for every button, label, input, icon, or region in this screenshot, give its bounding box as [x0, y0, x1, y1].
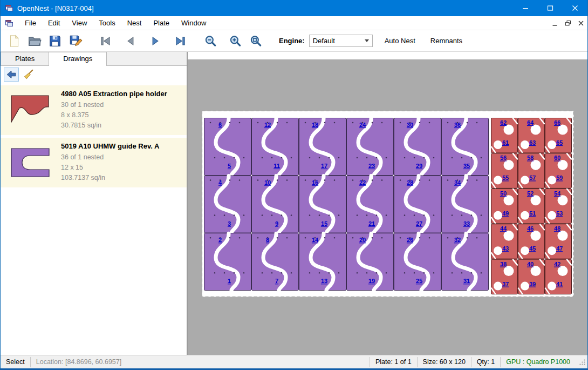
purple-part-pair[interactable]: 65 — [204, 118, 251, 176]
nest-canvas[interactable]: 6512111817242330293635431091615222128273… — [188, 52, 587, 355]
svg-text:48: 48 — [554, 225, 560, 232]
svg-text:31: 31 — [463, 278, 470, 284]
zoom-out-button[interactable] — [202, 33, 218, 49]
zoom-fit-button[interactable] — [248, 33, 264, 49]
red-part-pair[interactable]: 6665 — [545, 118, 572, 153]
zoom-in-button[interactable] — [227, 33, 243, 49]
plate[interactable]: 6512111817242330293635431091615222128273… — [202, 111, 574, 297]
left-panel: Plates Drawings — [1, 52, 188, 355]
svg-text:52: 52 — [527, 190, 534, 197]
svg-text:47: 47 — [556, 245, 563, 252]
menu-edit[interactable]: Edit — [42, 16, 66, 30]
purple-part-pair[interactable]: 87 — [252, 233, 299, 291]
drawing-nested-count: 30 of 1 nested — [61, 100, 167, 110]
plate-svg[interactable]: 6512111817242330293635431091615222128273… — [202, 111, 574, 297]
first-plate-button[interactable] — [98, 33, 114, 49]
menu-view[interactable]: View — [66, 16, 93, 30]
svg-text:7: 7 — [275, 278, 278, 284]
svg-text:29: 29 — [416, 163, 422, 169]
save-button[interactable] — [47, 33, 63, 49]
svg-text:1: 1 — [228, 278, 231, 284]
purple-part-pair[interactable]: 1413 — [299, 233, 346, 291]
purple-part-pair[interactable]: 2019 — [347, 233, 394, 291]
red-part-pair[interactable]: 6059 — [545, 153, 572, 189]
red-part-pair[interactable]: 5453 — [545, 189, 572, 224]
menu-plate[interactable]: Plate — [147, 16, 175, 30]
purple-part-pair[interactable]: 3029 — [394, 118, 441, 176]
title-bar: OpenNest - [N0317-004] — [1, 0, 587, 16]
close-button[interactable] — [563, 0, 587, 16]
red-part-pair[interactable]: 5049 — [491, 189, 518, 224]
svg-text:57: 57 — [529, 174, 536, 181]
purple-part-pair[interactable]: 1615 — [299, 176, 346, 233]
maximize-button[interactable] — [538, 0, 563, 16]
status-gpu: GPU : Quadro P1000 — [501, 358, 576, 366]
svg-text:59: 59 — [556, 174, 563, 181]
red-part-pair[interactable]: 5251 — [518, 189, 545, 224]
purple-part-pair[interactable]: 43 — [204, 176, 251, 233]
purple-part-pair[interactable]: 3635 — [442, 118, 489, 176]
red-part-pair[interactable]: 4241 — [545, 259, 572, 294]
drawing-area: 30.7815 sq/in — [61, 120, 167, 131]
drawing-item-2[interactable]: 5019 A10 UHMW guide Rev. A 36 of 1 neste… — [1, 138, 187, 187]
next-plate-button[interactable] — [147, 33, 163, 49]
purple-part-pair[interactable]: 2423 — [347, 118, 394, 176]
red-part-pair[interactable]: 4039 — [518, 259, 545, 294]
svg-text:13: 13 — [321, 278, 327, 284]
engine-label: Engine: — [279, 37, 305, 45]
open-button[interactable] — [26, 33, 43, 49]
save-as-button[interactable] — [67, 33, 84, 49]
chevron-down-icon — [365, 39, 369, 42]
menu-tools[interactable]: Tools — [93, 16, 121, 30]
red-part-pair[interactable]: 6261 — [491, 118, 518, 153]
purple-part-pair[interactable]: 3231 — [442, 233, 489, 291]
svg-text:2: 2 — [218, 237, 222, 243]
engine-select[interactable]: Default — [309, 35, 373, 47]
drawing-item-1[interactable]: 4980 A05 Extraction pipe holder 30 of 1 … — [1, 85, 187, 135]
resize-grip[interactable] — [576, 359, 587, 366]
mdi-restore-button[interactable] — [562, 17, 575, 29]
svg-text:24: 24 — [359, 122, 366, 128]
last-plate-button[interactable] — [172, 33, 188, 49]
status-plate: Plate: 1 of 1 — [370, 358, 417, 366]
remnants-button[interactable]: Remnants — [427, 35, 466, 47]
drawing-area: 103.7137 sq/in — [61, 173, 159, 183]
purple-part-pair[interactable]: 21 — [204, 233, 251, 291]
clean-broom-button[interactable] — [21, 68, 36, 82]
mdi-minimize-button[interactable] — [549, 17, 562, 29]
svg-text:63: 63 — [529, 139, 536, 146]
svg-text:14: 14 — [312, 237, 319, 243]
menu-nest[interactable]: Nest — [121, 16, 148, 30]
red-part-pair[interactable]: 5655 — [491, 153, 518, 189]
purple-part-pair[interactable]: 109 — [252, 176, 299, 233]
svg-text:6: 6 — [218, 122, 222, 128]
mdi-close-button[interactable] — [575, 17, 587, 29]
purple-part-pair[interactable]: 1817 — [299, 118, 346, 176]
auto-nest-button[interactable]: Auto Nest — [381, 35, 419, 47]
menu-file[interactable]: File — [19, 16, 42, 30]
mdi-child-icon[interactable] — [5, 19, 13, 28]
red-part-pair[interactable]: 4847 — [545, 224, 572, 259]
tab-plates[interactable]: Plates — [1, 52, 49, 65]
purple-part-pair[interactable]: 3433 — [442, 176, 489, 233]
svg-text:26: 26 — [407, 237, 413, 243]
svg-text:10: 10 — [264, 179, 271, 186]
svg-text:38: 38 — [500, 261, 507, 267]
previous-plate-button[interactable] — [122, 33, 139, 49]
purple-part-pair[interactable]: 2625 — [394, 233, 441, 291]
purple-part-pair[interactable]: 2827 — [394, 176, 441, 233]
red-part-pair[interactable]: 6463 — [518, 118, 545, 153]
purple-part-pair[interactable]: 1211 — [252, 118, 299, 176]
tab-drawings[interactable]: Drawings — [49, 52, 107, 66]
svg-text:51: 51 — [529, 210, 536, 217]
menu-window[interactable]: Window — [175, 16, 212, 30]
new-button[interactable] — [6, 33, 22, 49]
red-part-pair[interactable]: 3837 — [491, 259, 518, 294]
assign-back-button[interactable] — [4, 68, 19, 82]
red-part-pair[interactable]: 4443 — [491, 224, 518, 259]
minimize-button[interactable] — [513, 0, 538, 16]
red-part-pair[interactable]: 4645 — [518, 224, 545, 259]
purple-part-pair[interactable]: 2221 — [347, 176, 394, 233]
red-part-pair[interactable]: 5857 — [518, 153, 545, 189]
svg-text:65: 65 — [556, 139, 563, 146]
